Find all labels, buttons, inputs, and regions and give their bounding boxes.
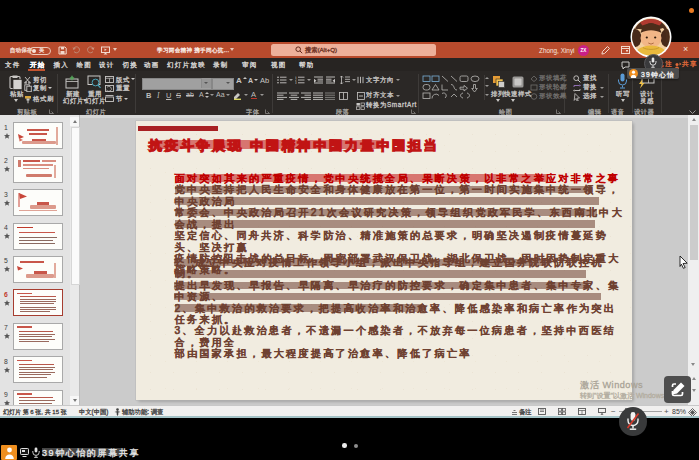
svg-text:3: 3: [295, 81, 297, 84]
